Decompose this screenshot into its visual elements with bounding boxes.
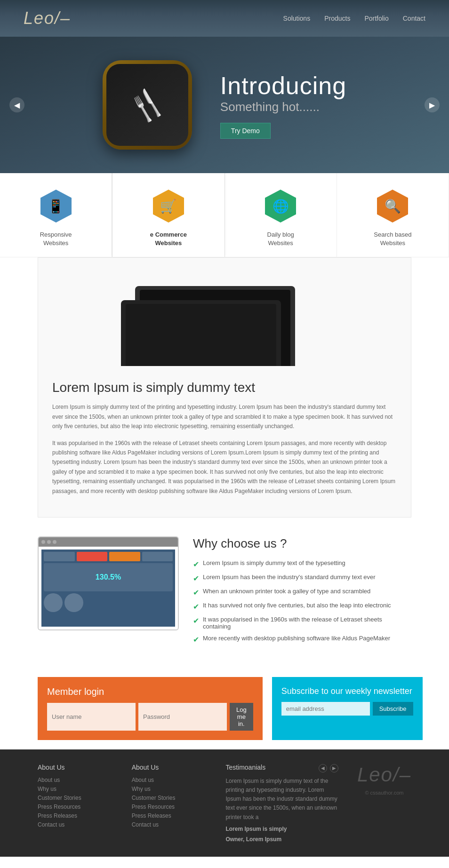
screen-box-3 [44, 593, 63, 612]
category-daily-blog[interactable]: 🌐 Daily blogWebsites [225, 173, 337, 257]
category-ecommerce[interactable]: 🛒 e CommerceWebsites [112, 172, 224, 257]
screen-inner: 130.5% [41, 549, 175, 627]
footer-link-why-us-1[interactable]: Why us [38, 786, 113, 792]
screen-row-1 [44, 552, 173, 561]
hero-subtitle: Something hot...... [220, 100, 346, 114]
cart-icon: 🛒 [160, 199, 176, 214]
footer-link-press-rel-2[interactable]: Press Releases [132, 812, 207, 819]
check-icon-2: ✔ [193, 574, 199, 583]
footer-link-about-us-1[interactable]: About us [38, 777, 113, 783]
testimonials-text: Lorem Ipsum is simply dummy text of the … [225, 777, 338, 822]
footer-link-contact-2[interactable]: Contact us [132, 821, 207, 828]
try-demo-button[interactable]: Try Demo [220, 123, 271, 139]
category-responsive[interactable]: 📱 ResponsiveWebsites [0, 173, 112, 257]
subscribe-inputs: Subscribe [281, 702, 413, 716]
footer-col-about-2: About Us About us Why us Customer Storie… [132, 764, 207, 830]
footer-col-about-1: About Us About us Why us Customer Storie… [38, 764, 113, 830]
member-inputs: Log me in. [47, 703, 253, 731]
hexagon-responsive: 📱 [37, 187, 75, 225]
footer: About Us About us Why us Customer Storie… [0, 749, 449, 857]
check-icon-4: ✔ [193, 602, 199, 611]
hero-next-arrow[interactable]: ▶ [425, 97, 440, 112]
categories-bar: 📱 ResponsiveWebsites 🛒 e CommerceWebsite… [0, 173, 449, 257]
cat-label-search-based: Search basedWebsites [374, 231, 411, 247]
browser-dot-1 [41, 540, 45, 544]
footer-logo: Leo/– [357, 764, 411, 786]
screen-box-orange [109, 552, 140, 561]
screen-box-1 [44, 552, 75, 561]
nav-portfolio[interactable]: Portfolio [364, 15, 388, 22]
globe-icon: 🌐 [273, 199, 289, 214]
hero-prev-arrow[interactable]: ◀ [9, 97, 24, 112]
password-input[interactable] [138, 703, 227, 731]
footer-link-customer-1[interactable]: Customer Stories [38, 795, 113, 801]
why-item-text-1: Lorem Ipsum is simply dummy text of the … [203, 559, 345, 566]
screen-chart: 130.5% [44, 563, 173, 591]
member-subscribe-row: Member login Log me in. Subscribe to our… [0, 668, 449, 749]
footer-link-customer-2[interactable]: Customer Stories [132, 795, 207, 801]
cat-label-responsive: ResponsiveWebsites [40, 231, 72, 247]
why-item-text-4: It has survived not only five centuries,… [203, 602, 391, 609]
member-title: Member login [47, 686, 253, 697]
nav-solutions[interactable]: Solutions [283, 15, 311, 22]
why-item-6: ✔ More recently with desktop publishing … [193, 635, 411, 644]
hexagon-search-based: 🔍 [374, 187, 411, 225]
screen-row-2 [44, 593, 173, 612]
hero-title: Introducing [220, 72, 346, 100]
category-search-based[interactable]: 🔍 Search basedWebsites [337, 173, 449, 257]
content-title: Lorem Ipsum is simply dummy text [52, 380, 397, 395]
why-item-2: ✔ Lorem Ipsum has been the industry's st… [193, 573, 411, 583]
subscribe-title: Subscribe to our weekly newsletter [281, 686, 413, 696]
footer-logo-col: Leo/– © cssauthor.com [357, 764, 411, 796]
nav-products[interactable]: Products [324, 15, 350, 22]
why-item-5: ✔ It was popularised in the 1960s with t… [193, 616, 411, 630]
why-item-text-3: When an unknown printer took a galley of… [203, 588, 370, 595]
screen-box-2 [142, 552, 173, 561]
header: Leo/– Solutions Products Portfolio Conta… [0, 0, 449, 37]
footer-link-press-rel-1[interactable]: Press Releases [38, 812, 113, 819]
hexagon-daily-blog: 🌐 [262, 187, 299, 225]
main-nav: Solutions Products Portfolio Contact [283, 15, 425, 22]
hero-section: ◀ 🍴 Introducing Something hot...... Try … [0, 37, 449, 173]
hero-text-block: Introducing Something hot...... Try Demo [220, 72, 346, 139]
footer-link-why-us-2[interactable]: Why us [132, 786, 207, 792]
why-item-text-6: More recently with desktop publishing so… [203, 635, 390, 642]
footer-link-press-res-1[interactable]: Press Resources [38, 804, 113, 810]
testimonial-nav: ◀ ▶ [319, 764, 338, 772]
testimonial-next[interactable]: ▶ [330, 764, 338, 772]
nav-contact[interactable]: Contact [403, 15, 425, 22]
subscribe-box: Subscribe to our weekly newsletter Subsc… [272, 677, 423, 740]
content-para1: Lorem Ipsum is simply dummy text of the … [52, 402, 397, 431]
search-icon: 🔍 [385, 199, 401, 214]
testimonial-prev[interactable]: ◀ [319, 764, 327, 772]
hero-product-icon: 🍴 [103, 60, 192, 150]
tablet-image [52, 272, 397, 366]
subscribe-button[interactable]: Subscribe [373, 702, 413, 716]
testimonials-header: Testimoanials ◀ ▶ [225, 764, 338, 777]
content-panel: Lorem Ipsum is simply dummy text Lorem I… [38, 257, 411, 518]
why-item-text-2: Lorem Ipsum has been the industry's stan… [203, 573, 376, 581]
footer-link-press-res-2[interactable]: Press Resources [132, 804, 207, 810]
why-text-block: Why choose us ? ✔ Lorem Ipsum is simply … [193, 536, 411, 649]
username-input[interactable] [47, 703, 136, 731]
tablet-svg [107, 272, 342, 366]
footer-copyright: © cssauthor.com [365, 790, 403, 796]
why-item-3: ✔ When an unknown printer took a galley … [193, 588, 411, 597]
footer-col2-title: About Us [132, 764, 207, 771]
browser-dot-3 [53, 540, 56, 544]
why-section: 130.5% Why choose us ? ✔ Lorem Ipsum is … [0, 518, 449, 668]
email-input[interactable] [281, 702, 370, 716]
screenshot-body: 130.5% [39, 547, 178, 629]
check-icon-1: ✔ [193, 560, 199, 569]
tablet-icon: 📱 [48, 199, 64, 214]
cat-label-ecommerce: e CommerceWebsites [150, 231, 187, 247]
content-para2: It was popularised in the 1960s with the… [52, 438, 397, 496]
testimonials-bold2: Owner, Lorem Ipsum [225, 836, 338, 843]
screen-box-4 [64, 593, 83, 612]
login-button[interactable]: Log me in. [230, 703, 253, 731]
screen-stat: 130.5% [96, 573, 121, 581]
hexagon-ecommerce: 🛒 [150, 187, 187, 225]
why-screenshot: 130.5% [38, 536, 179, 630]
footer-link-about-us-2[interactable]: About us [132, 777, 207, 783]
footer-link-contact-1[interactable]: Contact us [38, 821, 113, 828]
